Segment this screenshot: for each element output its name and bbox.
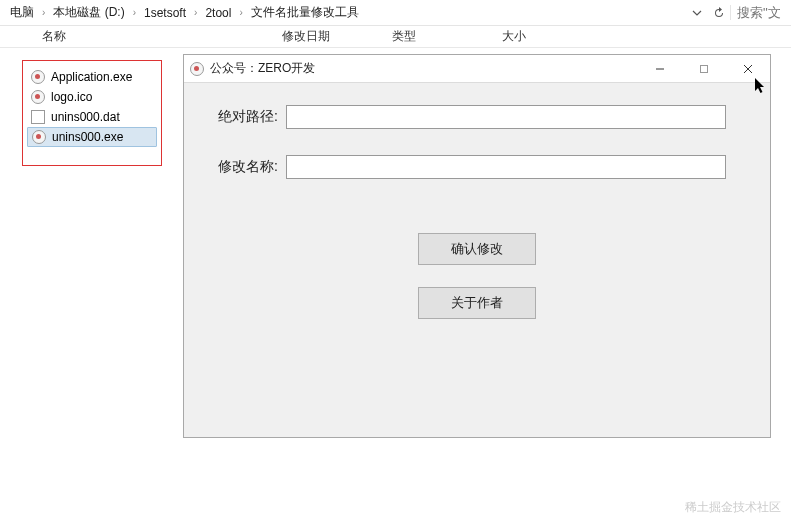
- file-list-highlight: Application.exe logo.ico unins000.dat un…: [22, 60, 162, 166]
- col-type[interactable]: 类型: [382, 28, 492, 45]
- watermark: 稀土掘金技术社区: [685, 499, 781, 516]
- crumb-1[interactable]: 本地磁盘 (D:): [47, 2, 130, 23]
- col-name[interactable]: 名称: [32, 28, 272, 45]
- chevron-right-icon: ›: [192, 7, 199, 18]
- file-name: logo.ico: [51, 90, 92, 104]
- history-dropdown[interactable]: [686, 2, 708, 24]
- path-label: 绝对路径:: [202, 108, 278, 126]
- crumb-4[interactable]: 文件名批量修改工具: [245, 2, 365, 23]
- file-row[interactable]: unins000.exe: [27, 127, 157, 147]
- app-icon: [31, 70, 45, 84]
- file-name: unins000.dat: [51, 110, 120, 124]
- address-bar: 电脑 › 本地磁盘 (D:) › 1setsoft › 2tool › 文件名批…: [0, 0, 791, 26]
- chevron-right-icon: ›: [237, 7, 244, 18]
- document-icon: [31, 110, 45, 124]
- name-input[interactable]: [286, 155, 726, 179]
- file-row[interactable]: unins000.dat: [27, 107, 157, 127]
- name-label: 修改名称:: [202, 158, 278, 176]
- dialog-title: 公众号：ZERO开发: [210, 60, 315, 77]
- file-row[interactable]: logo.ico: [27, 87, 157, 107]
- refresh-button[interactable]: [708, 2, 730, 24]
- dialog-titlebar[interactable]: 公众号：ZERO开发: [184, 55, 770, 83]
- svg-rect-1: [701, 65, 708, 72]
- file-name: Application.exe: [51, 70, 132, 84]
- rename-dialog: 公众号：ZERO开发 绝对路径: 修改名称:: [183, 54, 771, 438]
- close-button[interactable]: [726, 55, 770, 83]
- about-button[interactable]: 关于作者: [418, 287, 536, 319]
- confirm-button[interactable]: 确认修改: [418, 233, 536, 265]
- column-headers: 名称 修改日期 类型 大小: [0, 26, 791, 48]
- breadcrumb: 电脑 › 本地磁盘 (D:) › 1setsoft › 2tool › 文件名批…: [4, 2, 365, 23]
- chevron-right-icon: ›: [40, 7, 47, 18]
- col-modified[interactable]: 修改日期: [272, 28, 382, 45]
- dialog-body: 绝对路径: 修改名称: 确认修改 关于作者: [184, 83, 770, 341]
- file-row[interactable]: Application.exe: [27, 67, 157, 87]
- maximize-button[interactable]: [682, 55, 726, 83]
- app-icon: [32, 130, 46, 144]
- minimize-button[interactable]: [638, 55, 682, 83]
- search-input[interactable]: [737, 5, 787, 20]
- file-name: unins000.exe: [52, 130, 123, 144]
- crumb-0[interactable]: 电脑: [4, 2, 40, 23]
- app-icon: [31, 90, 45, 104]
- path-input[interactable]: [286, 105, 726, 129]
- chevron-right-icon: ›: [131, 7, 138, 18]
- crumb-2[interactable]: 1setsoft: [138, 4, 192, 22]
- col-size[interactable]: 大小: [492, 28, 536, 45]
- crumb-3[interactable]: 2tool: [199, 4, 237, 22]
- search-box[interactable]: [730, 5, 787, 20]
- app-icon: [190, 62, 204, 76]
